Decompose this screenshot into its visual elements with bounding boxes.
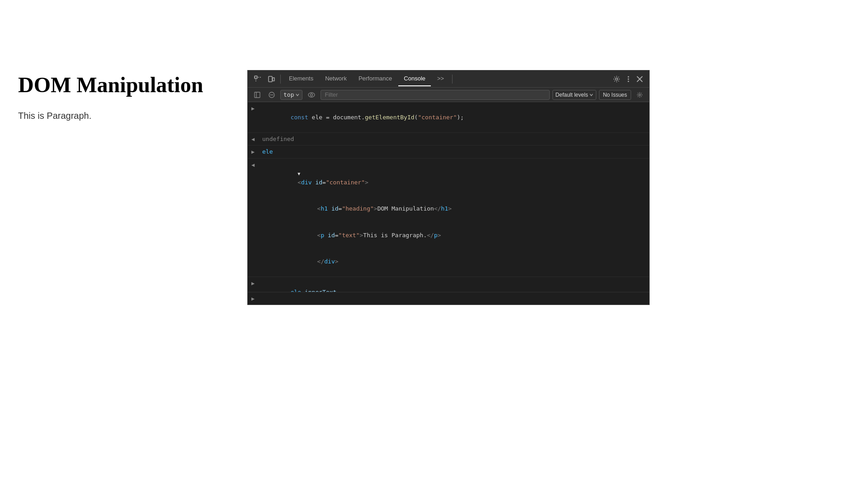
filter-input[interactable] [321,90,549,100]
svg-rect-4 [273,78,274,81]
tab-performance[interactable]: Performance [353,71,397,86]
arrow-right-icon-5: ▶ [251,279,259,287]
console-settings-button[interactable] [634,90,646,99]
no-issues-label: No Issues [603,92,627,98]
settings-icon-button[interactable] [610,74,623,84]
svg-point-16 [311,94,313,96]
arrow-left-icon-2: ◀ [251,135,259,143]
context-label: top [283,91,294,98]
svg-point-15 [308,93,315,97]
default-levels-label: Default levels [556,92,588,98]
no-issues-button[interactable]: No Issues [599,90,631,100]
console-text-4c: <p id="text">This is Paragraph.</p> [268,222,441,249]
svg-point-7 [628,78,629,80]
page-content: DOM Manipulation This is Paragraph. [18,72,244,121]
toolbar-right-icons [610,74,646,84]
tab-console[interactable]: Console [398,71,431,86]
console-text-3: ele [262,147,273,156]
svg-point-8 [628,80,629,82]
svg-point-5 [616,78,618,80]
svg-point-6 [628,76,629,77]
svg-rect-3 [269,76,272,82]
toolbar-divider-2 [452,75,453,84]
inspect-icon-button[interactable] [251,74,264,84]
console-line-4: ◀ ▼ <div id="container"> <h1 id="heading… [248,159,649,277]
sidebar-toggle-button[interactable] [251,90,263,99]
console-input-area: ▶ [248,292,649,305]
console-line-3: ▶ ele [248,145,649,159]
tab-elements[interactable]: Elements [283,71,319,86]
page-paragraph: This is Paragraph. [18,111,244,121]
close-devtools-button[interactable] [634,74,646,84]
console-input-field[interactable] [258,295,646,302]
devtools-toolbar: Elements Network Performance Console >> [248,70,649,88]
console-line-5: ▶ ele.innerText [248,277,649,292]
console-text-2: undefined [262,135,294,144]
devtools-panel: Elements Network Performance Console >> [247,70,650,305]
arrow-right-icon-1: ▶ [251,104,259,113]
console-output[interactable]: ▶ const ele = document.getElementById("c… [248,102,649,292]
console-line-1: ▶ const ele = document.getElementById("c… [248,102,649,133]
page-heading: DOM Manipulation [18,72,244,97]
console-text-4d: </div> [268,249,339,275]
arrow-right-icon-3: ▶ [251,147,259,156]
tab-network[interactable]: Network [320,71,352,86]
context-selector[interactable]: top [280,90,302,100]
tab-more[interactable]: >> [432,71,449,86]
svg-point-17 [639,94,641,96]
svg-rect-11 [255,92,260,98]
console-text-5: ele.innerText [262,279,336,292]
console-text-4b: <h1 id="heading">DOM Manipulation</h1> [268,196,452,222]
console-text-4a: ▼ <div id="container"> [262,160,368,196]
expand-triangle-4[interactable]: ▼ [297,171,300,176]
console-line-2: ◀ undefined [248,133,649,146]
toolbar-divider-1 [280,75,281,84]
arrow-left-icon-4: ◀ [251,160,259,169]
clear-console-button[interactable] [266,90,278,99]
live-expressions-button[interactable] [305,91,318,99]
more-options-icon-button[interactable] [625,74,632,84]
console-toolbar: top Default levels No Issues [248,88,649,102]
console-text-1: const ele = document.getElementById("con… [262,104,464,131]
console-prompt-icon: ▶ [251,296,255,302]
device-toolbar-icon-button[interactable] [265,74,278,84]
default-levels-button[interactable]: Default levels [552,90,596,100]
